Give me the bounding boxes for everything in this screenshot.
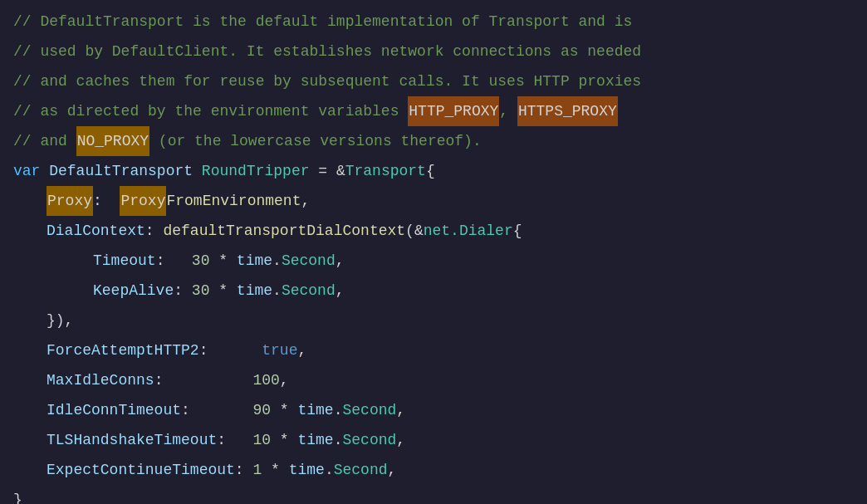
code-line-8: DialContext: defaultTransportDialContext… <box>0 216 867 246</box>
net-dialer: net.Dialer <box>424 216 513 246</box>
https-proxy-highlight: HTTPS_PROXY <box>517 96 618 126</box>
dot3: . <box>334 395 343 425</box>
open-brace2: { <box>513 216 522 246</box>
second2: Second <box>282 276 336 306</box>
mult: * <box>271 395 297 425</box>
mult: * <box>209 276 236 306</box>
colon: : <box>235 455 253 485</box>
code-line-15: TLSHandshakeTimeout: 10 * time.Second, <box>0 425 867 455</box>
equals: = <box>309 156 336 186</box>
struct-name: Transport <box>345 156 426 186</box>
http-proxy-highlight: HTTP_PROXY <box>408 96 499 126</box>
dot: . <box>272 246 282 276</box>
comma: , <box>336 246 345 276</box>
idle-timeout-val: 90 <box>252 395 271 425</box>
colon: : <box>93 186 120 216</box>
dial-field: DialContext <box>47 216 145 246</box>
var-name: DefaultTransport <box>49 156 202 186</box>
timeout-field: Timeout <box>93 246 156 276</box>
code-line-17: } <box>0 485 867 504</box>
code-line-2: // used by DefaultClient. It establishes… <box>0 37 867 66</box>
type-name: RoundTripper <box>202 156 310 186</box>
colon: : <box>145 216 164 246</box>
time5: time <box>289 455 325 485</box>
colon: : <box>199 335 262 365</box>
keyword-var: var <box>13 156 49 186</box>
code-line-6: var DefaultTransport RoundTripper = &Tra… <box>0 156 867 186</box>
args: (& <box>405 216 424 246</box>
final-brace: } <box>13 485 22 504</box>
force-http2-field: ForceAttemptHTTP2 <box>47 335 199 365</box>
comment-prefix: // as directed by the environment variab… <box>13 96 408 126</box>
comma: , <box>396 395 405 425</box>
comment-text: // DefaultTransport is the default imple… <box>13 7 632 37</box>
mult: * <box>262 455 288 485</box>
dot: . <box>272 276 282 306</box>
time4: time <box>297 425 333 455</box>
second4: Second <box>343 425 397 455</box>
code-line-4: // as directed by the environment variab… <box>0 96 867 126</box>
code-line-12: ForceAttemptHTTP2: true, <box>0 335 867 365</box>
expect-timeout-val: 1 <box>252 455 262 485</box>
true-val: true <box>262 335 297 365</box>
dial-func: defaultTransportDialContext <box>163 216 405 246</box>
comment-and: // and <box>13 126 76 156</box>
proxy-value-highlight: Proxy <box>120 186 166 216</box>
tls-timeout-field: TLSHandshakeTimeout <box>47 425 217 455</box>
colon: : <box>156 246 192 276</box>
proxy-field-highlight: Proxy <box>47 186 93 216</box>
colon: : <box>174 276 192 306</box>
code-line-10: KeepAlive: 30 * time.Second, <box>0 276 867 306</box>
no-proxy-highlight: NO_PROXY <box>76 126 149 156</box>
code-line-9: Timeout: 30 * time.Second, <box>0 246 867 276</box>
max-idle-field: MaxIdleConns <box>47 365 154 395</box>
code-line-14: IdleConnTimeout: 90 * time.Second, <box>0 395 867 425</box>
second: Second <box>282 246 336 276</box>
comma: , <box>301 186 310 216</box>
dot5: . <box>325 455 334 485</box>
code-editor: // DefaultTransport is the default imple… <box>0 0 867 504</box>
timeout-val: 30 <box>192 246 210 276</box>
code-line-1: // DefaultTransport is the default imple… <box>0 7 867 37</box>
mult: * <box>271 425 297 455</box>
comma: , <box>280 365 289 395</box>
comment-suffix: (or the lowercase versions thereof). <box>149 126 482 156</box>
dot4: . <box>334 425 343 455</box>
tls-timeout-val: 10 <box>252 425 271 455</box>
colon: : <box>217 425 252 455</box>
code-line-5: // and NO_PROXY (or the lowercase versio… <box>0 126 867 156</box>
ref: & <box>336 156 345 186</box>
comment-text: // used by DefaultClient. It establishes… <box>13 37 641 66</box>
colon: : <box>154 365 253 395</box>
time-second: time <box>237 246 272 276</box>
code-line-7: Proxy: ProxyFromEnvironment, <box>0 186 867 216</box>
comma: , <box>297 335 306 365</box>
colon: : <box>181 395 252 425</box>
idle-timeout-field: IdleConnTimeout <box>47 395 181 425</box>
code-line-13: MaxIdleConns: 100, <box>0 365 867 395</box>
close-brace: }), <box>47 306 73 335</box>
keepalive-val: 30 <box>192 276 210 306</box>
proxy-func: FromEnvironment <box>166 186 301 216</box>
time-second2: time <box>237 276 272 306</box>
time3: time <box>297 395 333 425</box>
comment-text: // and caches them for reuse by subseque… <box>13 66 641 96</box>
second5: Second <box>334 455 388 485</box>
keepalive-field: KeepAlive <box>93 276 174 306</box>
comment-mid: , <box>499 96 517 126</box>
code-line-11: }), <box>0 306 867 335</box>
comma: , <box>388 455 397 485</box>
comma: , <box>396 425 405 455</box>
mult: * <box>209 246 236 276</box>
max-idle-val: 100 <box>252 365 279 395</box>
open-brace: { <box>426 156 435 186</box>
code-line-3: // and caches them for reuse by subseque… <box>0 66 867 96</box>
second3: Second <box>343 395 397 425</box>
expect-timeout-field: ExpectContinueTimeout <box>47 455 235 485</box>
comma: , <box>336 276 345 306</box>
code-line-16: ExpectContinueTimeout: 1 * time.Second, <box>0 455 867 485</box>
